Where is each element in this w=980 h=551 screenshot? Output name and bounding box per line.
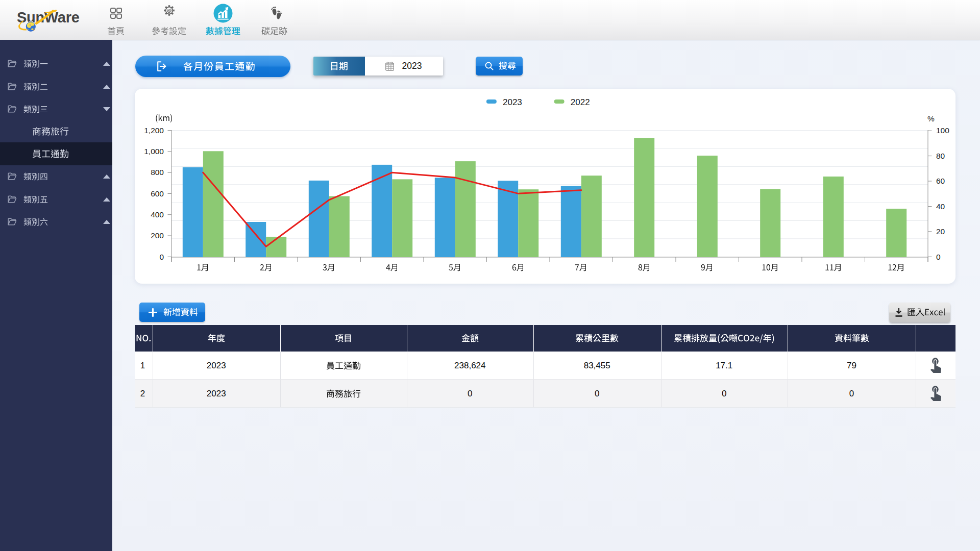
svg-text:0: 0: [159, 253, 164, 261]
svg-text:800: 800: [151, 168, 164, 177]
svg-text:40: 40: [936, 202, 945, 211]
svg-text:1,200: 1,200: [144, 126, 164, 135]
svg-text:0: 0: [936, 253, 941, 261]
svg-text:%: %: [927, 114, 935, 123]
svg-text:200: 200: [151, 231, 164, 240]
svg-text:60: 60: [936, 177, 945, 185]
svg-text:100: 100: [936, 126, 949, 135]
svg-text:600: 600: [151, 189, 164, 198]
svg-text:20: 20: [936, 227, 945, 236]
svg-text:2022: 2022: [571, 97, 590, 107]
svg-text:80: 80: [936, 152, 945, 160]
svg-text:SunWare: SunWare: [17, 9, 80, 26]
svg-text:1,000: 1,000: [144, 147, 164, 156]
svg-text:2023: 2023: [503, 97, 522, 107]
svg-text:400: 400: [151, 210, 164, 219]
